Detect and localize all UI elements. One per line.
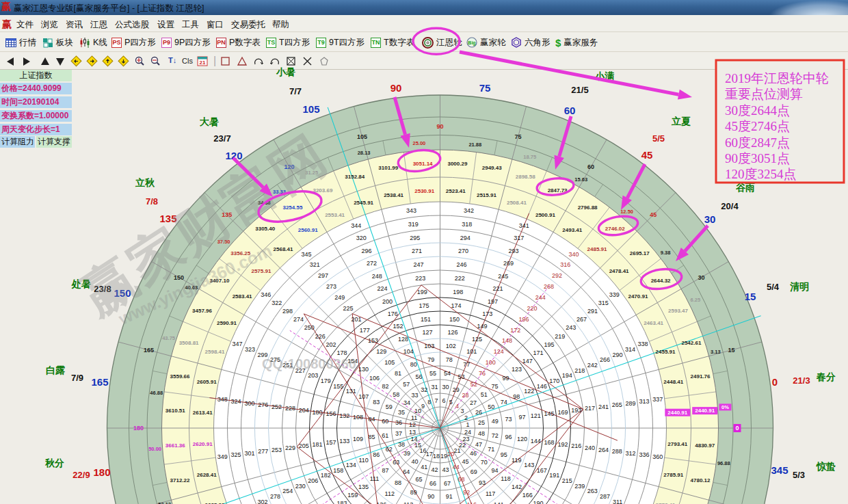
svg-text:2796.88: 2796.88 bbox=[578, 204, 598, 211]
svg-text:146: 146 bbox=[537, 383, 547, 390]
svg-text:288: 288 bbox=[612, 448, 622, 455]
svg-text:8: 8 bbox=[427, 399, 431, 406]
svg-text:113: 113 bbox=[403, 501, 413, 504]
svg-text:3051.14: 3051.14 bbox=[413, 161, 433, 167]
svg-text:292: 292 bbox=[552, 272, 562, 279]
svg-text:38: 38 bbox=[398, 441, 405, 448]
svg-text:2593.47: 2593.47 bbox=[668, 308, 688, 314]
svg-text:268: 268 bbox=[544, 283, 554, 290]
svg-text:287: 287 bbox=[600, 493, 610, 500]
svg-text:315: 315 bbox=[598, 300, 609, 306]
svg-text:131: 131 bbox=[346, 388, 356, 395]
svg-text:338: 338 bbox=[638, 341, 648, 347]
svg-text:254: 254 bbox=[282, 488, 293, 494]
svg-text:249: 249 bbox=[334, 294, 345, 301]
svg-text:7/7: 7/7 bbox=[289, 86, 302, 96]
svg-text:30度2644点: 30度2644点 bbox=[725, 103, 790, 118]
svg-text:2523.41: 2523.41 bbox=[446, 188, 466, 194]
svg-text:267: 267 bbox=[577, 316, 587, 323]
svg-text:69: 69 bbox=[471, 468, 477, 475]
svg-text:322: 322 bbox=[271, 300, 282, 306]
svg-text:75: 75 bbox=[479, 82, 491, 94]
svg-text:122: 122 bbox=[524, 388, 534, 395]
svg-text:341: 341 bbox=[519, 222, 529, 229]
svg-text:清明: 清明 bbox=[790, 281, 809, 292]
svg-text:106: 106 bbox=[369, 375, 380, 382]
svg-text:245: 245 bbox=[498, 273, 508, 280]
svg-text:296: 296 bbox=[361, 248, 371, 254]
svg-text:343: 343 bbox=[406, 207, 416, 214]
svg-text:60: 60 bbox=[564, 105, 576, 116]
svg-text:219: 219 bbox=[555, 333, 565, 340]
svg-text:45: 45 bbox=[462, 458, 469, 465]
svg-text:40: 40 bbox=[411, 458, 418, 465]
svg-text:48: 48 bbox=[478, 430, 485, 437]
svg-text:2575.91: 2575.91 bbox=[251, 268, 271, 274]
svg-text:110: 110 bbox=[359, 457, 369, 464]
svg-text:3101.99: 3101.99 bbox=[378, 165, 398, 171]
svg-text:224: 224 bbox=[377, 285, 387, 292]
svg-text:263: 263 bbox=[587, 488, 598, 494]
svg-text:55: 55 bbox=[429, 370, 436, 377]
svg-text:4: 4 bbox=[455, 403, 459, 410]
svg-text:36: 36 bbox=[395, 419, 402, 426]
svg-text:133: 133 bbox=[339, 438, 349, 445]
svg-text:239: 239 bbox=[574, 483, 585, 490]
svg-text:0: 0 bbox=[772, 376, 778, 388]
svg-text:2530.91: 2530.91 bbox=[414, 188, 434, 194]
svg-text:3610.51: 3610.51 bbox=[165, 408, 185, 414]
svg-text:12.50: 12.50 bbox=[620, 209, 633, 215]
svg-text:204: 204 bbox=[299, 407, 309, 414]
svg-text:100: 100 bbox=[486, 359, 496, 366]
svg-text:2470.91: 2470.91 bbox=[628, 293, 648, 300]
svg-text:320: 320 bbox=[356, 235, 367, 241]
svg-text:2508.41: 2508.41 bbox=[507, 200, 527, 206]
svg-text:12: 12 bbox=[409, 421, 416, 428]
svg-text:1: 1 bbox=[466, 421, 470, 428]
svg-text:2785.91: 2785.91 bbox=[663, 472, 683, 478]
svg-text:270: 270 bbox=[458, 248, 468, 254]
svg-text:45: 45 bbox=[650, 211, 657, 218]
svg-text:23/7: 23/7 bbox=[213, 133, 230, 144]
svg-text:2538.41: 2538.41 bbox=[384, 192, 403, 198]
svg-text:221: 221 bbox=[493, 285, 503, 292]
svg-text:156: 156 bbox=[326, 410, 336, 417]
svg-text:312: 312 bbox=[626, 450, 636, 457]
svg-text:220: 220 bbox=[527, 305, 537, 312]
svg-text:2583.41: 2583.41 bbox=[233, 293, 252, 300]
svg-text:47: 47 bbox=[475, 441, 482, 448]
svg-text:194: 194 bbox=[562, 372, 572, 379]
svg-text:152: 152 bbox=[393, 323, 403, 330]
svg-text:120度3254点: 120度3254点 bbox=[725, 167, 797, 181]
svg-text:61: 61 bbox=[382, 432, 388, 439]
svg-text:75: 75 bbox=[492, 383, 499, 390]
svg-text:重要点位测算: 重要点位测算 bbox=[725, 87, 803, 101]
svg-text:273: 273 bbox=[326, 283, 336, 290]
svg-text:惊蛰: 惊蛰 bbox=[816, 461, 836, 472]
svg-text:2590.91: 2590.91 bbox=[217, 320, 237, 326]
svg-text:96.88: 96.88 bbox=[717, 460, 730, 466]
svg-text:51: 51 bbox=[481, 391, 488, 398]
svg-text:94: 94 bbox=[492, 467, 499, 474]
svg-text:116: 116 bbox=[467, 501, 477, 504]
svg-text:17: 17 bbox=[426, 451, 433, 457]
svg-text:26: 26 bbox=[475, 409, 482, 416]
svg-text:2440.91: 2440.91 bbox=[695, 408, 715, 414]
svg-text:28: 28 bbox=[462, 392, 469, 399]
svg-text:2448.41: 2448.41 bbox=[663, 379, 683, 385]
svg-text:2628.41: 2628.41 bbox=[197, 472, 217, 478]
svg-text:107: 107 bbox=[358, 393, 369, 400]
svg-text:132: 132 bbox=[339, 412, 349, 419]
svg-text:340: 340 bbox=[568, 251, 579, 258]
svg-text:145: 145 bbox=[544, 410, 555, 417]
svg-text:33: 33 bbox=[411, 392, 418, 399]
svg-text:223: 223 bbox=[415, 275, 425, 282]
svg-text:90: 90 bbox=[436, 123, 443, 130]
svg-text:216: 216 bbox=[571, 442, 581, 449]
svg-text:93: 93 bbox=[479, 479, 486, 486]
svg-text:250: 250 bbox=[304, 324, 315, 331]
svg-text:171: 171 bbox=[533, 349, 544, 356]
svg-text:199: 199 bbox=[417, 289, 427, 295]
svg-text:181: 181 bbox=[312, 441, 322, 448]
svg-text:42: 42 bbox=[431, 466, 438, 473]
